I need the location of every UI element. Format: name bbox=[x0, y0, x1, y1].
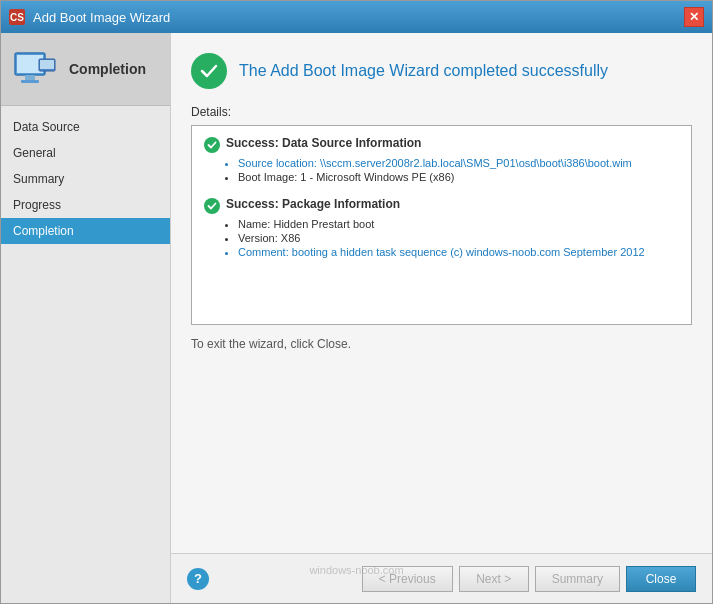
main-content-area: Completion Data Source General Summary P… bbox=[1, 33, 712, 603]
sidebar-nav: Data Source General Summary Progress Com… bbox=[1, 106, 170, 603]
details-box: Success: Data Source Information Source … bbox=[191, 125, 692, 325]
wizard-window: CS Add Boot Image Wizard ✕ Completion bbox=[0, 0, 713, 604]
sidebar-item-progress[interactable]: Progress bbox=[1, 192, 170, 218]
sidebar-header: Completion bbox=[1, 33, 170, 106]
completion-title: The Add Boot Image Wizard completed succ… bbox=[239, 62, 608, 80]
close-button[interactable]: Close bbox=[626, 566, 696, 592]
footer-buttons: < Previous Next > Summary Close bbox=[362, 566, 696, 592]
app-icon: CS bbox=[9, 9, 25, 25]
version-bullet: Version: X86 bbox=[238, 232, 679, 244]
sidebar-item-general[interactable]: General bbox=[1, 140, 170, 166]
wizard-icon bbox=[11, 45, 59, 93]
main-panel: The Add Boot Image Wizard completed succ… bbox=[171, 33, 712, 603]
source-location-bullet: Source location: \\sccm.server2008r2.lab… bbox=[238, 157, 679, 169]
success-badge-1 bbox=[204, 137, 220, 153]
close-button[interactable]: ✕ bbox=[684, 7, 704, 27]
window-title: Add Boot Image Wizard bbox=[33, 10, 170, 25]
boot-image-bullet: Boot Image: 1 - Microsoft Windows PE (x8… bbox=[238, 171, 679, 183]
summary-button[interactable]: Summary bbox=[535, 566, 620, 592]
footer: ? < Previous Next > Summary Close bbox=[171, 553, 712, 603]
comment-bullet: Comment: booting a hidden task sequence … bbox=[238, 246, 679, 258]
sidebar-item-summary[interactable]: Summary bbox=[1, 166, 170, 192]
details-label: Details: bbox=[191, 105, 692, 119]
data-source-section: Success: Data Source Information Source … bbox=[204, 136, 679, 183]
help-button[interactable]: ? bbox=[187, 568, 209, 590]
package-info-bullets: Name: Hidden Prestart boot Version: X86 … bbox=[226, 218, 679, 258]
sidebar: Completion Data Source General Summary P… bbox=[1, 33, 171, 603]
svg-rect-5 bbox=[40, 60, 54, 69]
previous-button[interactable]: < Previous bbox=[362, 566, 453, 592]
title-bar-left: CS Add Boot Image Wizard bbox=[9, 9, 170, 25]
sidebar-item-completion[interactable]: Completion bbox=[1, 218, 170, 244]
data-source-bullets: Source location: \\sccm.server2008r2.lab… bbox=[226, 157, 679, 183]
package-info-section: Success: Package Information Name: Hidde… bbox=[204, 197, 679, 258]
main-content: The Add Boot Image Wizard completed succ… bbox=[171, 33, 712, 553]
completion-header: The Add Boot Image Wizard completed succ… bbox=[191, 53, 692, 89]
package-info-row: Success: Package Information bbox=[204, 197, 679, 214]
success-badge-2 bbox=[204, 198, 220, 214]
exit-text: To exit the wizard, click Close. bbox=[191, 337, 692, 351]
title-bar: CS Add Boot Image Wizard ✕ bbox=[1, 1, 712, 33]
data-source-row: Success: Data Source Information bbox=[204, 136, 679, 153]
success-icon bbox=[191, 53, 227, 89]
sidebar-header-title: Completion bbox=[69, 61, 146, 77]
name-bullet: Name: Hidden Prestart boot bbox=[238, 218, 679, 230]
footer-left: ? bbox=[187, 568, 209, 590]
svg-rect-3 bbox=[21, 80, 39, 83]
next-button[interactable]: Next > bbox=[459, 566, 529, 592]
package-info-title: Success: Package Information bbox=[226, 197, 400, 211]
sidebar-item-data-source[interactable]: Data Source bbox=[1, 114, 170, 140]
svg-rect-2 bbox=[25, 75, 35, 80]
data-source-title: Success: Data Source Information bbox=[226, 136, 421, 150]
